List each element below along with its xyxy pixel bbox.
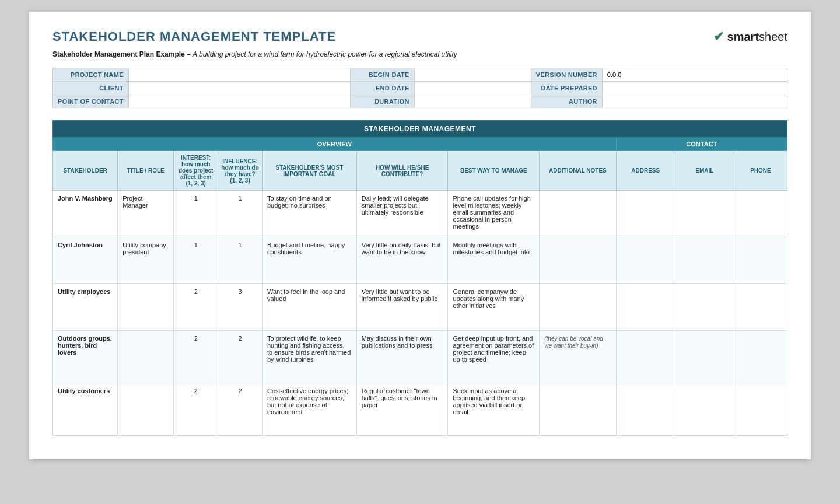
- stakeholder-name: Outdoors groups, hunters, bird lovers: [53, 331, 118, 383]
- col-header-title: TITLE / ROLE: [118, 151, 174, 191]
- col-header-email: EMAIL: [675, 151, 734, 191]
- stakeholder-phone: [734, 191, 787, 237]
- version-number-value[interactable]: 0.0.0: [602, 68, 787, 82]
- stakeholder-goal: To protect wildlife, to keep hunting and…: [262, 331, 356, 383]
- date-prepared-label: DATE PREPARED: [531, 82, 602, 95]
- subtitle: Stakeholder Management Plan Example – A …: [52, 50, 788, 58]
- stakeholder-influence: 2: [218, 383, 262, 436]
- stakeholder-email: [675, 191, 734, 237]
- page-container: STAKEHOLDER MANAGEMENT TEMPLATE ✔ smarts…: [29, 12, 811, 459]
- table-row: John V. Mashberg Project Manager 1 1 To …: [53, 191, 788, 237]
- stakeholder-goal: Budget and timeline; happy constituents: [262, 237, 356, 284]
- client-label: CLIENT: [53, 82, 129, 95]
- main-header-cell: STAKEHOLDER MANAGEMENT: [53, 121, 788, 138]
- client-value[interactable]: [128, 82, 350, 95]
- stakeholder-address: [616, 284, 675, 331]
- col-header-stakeholder: STAKEHOLDER: [53, 151, 118, 191]
- stakeholder-interest: 2: [174, 284, 218, 331]
- page-header: STAKEHOLDER MANAGEMENT TEMPLATE ✔ smarts…: [52, 29, 788, 44]
- stakeholder-title: Utility company president: [118, 237, 174, 284]
- table-row: Outdoors groups, hunters, bird lovers 2 …: [53, 331, 788, 383]
- stakeholder-notes: [540, 383, 616, 436]
- poc-value[interactable]: [128, 95, 350, 108]
- logo-check-icon: ✔: [713, 29, 724, 44]
- stakeholder-manage: General companywide updates along with m…: [448, 284, 540, 331]
- project-info-row-3: POINT OF CONTACT DURATION AUTHOR: [53, 95, 788, 108]
- stakeholder-contribute: Very little on daily basis, but want to …: [356, 237, 448, 284]
- stakeholder-phone: [734, 331, 787, 383]
- stakeholder-title: [118, 331, 174, 383]
- table-col-headers: STAKEHOLDER TITLE / ROLE INTEREST: how m…: [53, 151, 788, 191]
- stakeholder-influence: 2: [218, 331, 262, 383]
- stakeholder-address: [616, 191, 675, 237]
- stakeholder-contribute: Very little but want to be informed if a…: [356, 284, 448, 331]
- table-row: Utility customers 2 2 Cost-effective ene…: [53, 383, 788, 436]
- stakeholder-title: [118, 383, 174, 436]
- table-row: Utility employees 2 3 Want to feel in th…: [53, 284, 788, 331]
- stakeholder-interest: 1: [174, 191, 218, 237]
- stakeholder-management-table: STAKEHOLDER MANAGEMENT OVERVIEW CONTACT …: [52, 120, 788, 436]
- project-info-table: PROJECT NAME BEGIN DATE VERSION NUMBER 0…: [52, 68, 788, 108]
- col-header-goal: STAKEHOLDER'S MOST IMPORTANT GOAL: [262, 151, 356, 191]
- stakeholder-email: [675, 284, 734, 331]
- subtitle-italic: A building project for a wind farm for h…: [192, 50, 457, 58]
- stakeholder-notes: [540, 191, 616, 237]
- col-header-interest: INTEREST: how much does project affect t…: [174, 151, 218, 191]
- stakeholder-phone: [734, 237, 787, 284]
- overview-header: OVERVIEW: [53, 138, 617, 151]
- stakeholder-manage: Seek input as above at beginning, and th…: [448, 383, 540, 436]
- col-header-phone: PHONE: [734, 151, 787, 191]
- stakeholder-name: Utility customers: [53, 383, 118, 436]
- logo-text: smartsheet: [727, 30, 788, 44]
- col-header-contribute: HOW WILL HE/SHE CONTRIBUTE?: [356, 151, 448, 191]
- author-label: AUTHOR: [531, 95, 602, 108]
- stakeholder-email: [675, 331, 734, 383]
- stakeholder-manage: Monthly meetings with milestones and bud…: [448, 237, 540, 284]
- logo-brand: smart: [727, 30, 759, 43]
- stakeholder-contribute: Daily lead; will delegate smaller projec…: [356, 191, 448, 237]
- begin-date-label: BEGIN DATE: [350, 68, 414, 82]
- stakeholder-goal: Want to feel in the loop and valued: [262, 284, 356, 331]
- stakeholder-title: [118, 284, 174, 331]
- stakeholder-phone: [734, 284, 787, 331]
- author-value[interactable]: [602, 95, 787, 108]
- poc-label: POINT OF CONTACT: [53, 95, 129, 108]
- stakeholder-name: Utility employees: [53, 284, 118, 331]
- stakeholder-interest: 2: [174, 383, 218, 436]
- version-number-label: VERSION NUMBER: [531, 68, 602, 82]
- col-header-manage: BEST WAY TO MANAGE: [448, 151, 540, 191]
- stakeholder-email: [675, 383, 734, 436]
- stakeholder-address: [616, 331, 675, 383]
- stakeholder-title: Project Manager: [118, 191, 174, 237]
- end-date-value[interactable]: [414, 82, 531, 95]
- stakeholder-address: [616, 383, 675, 436]
- project-info-row-2: CLIENT END DATE DATE PREPARED: [53, 82, 788, 95]
- logo: ✔ smartsheet: [713, 29, 788, 44]
- duration-label: DURATION: [350, 95, 414, 108]
- project-name-value[interactable]: [128, 68, 350, 82]
- stakeholder-notes: [540, 284, 616, 331]
- date-prepared-value[interactable]: [602, 82, 787, 95]
- stakeholder-manage: Phone call updates for high level milest…: [448, 191, 540, 237]
- stakeholder-contribute: Regular customer "town halls", questions…: [356, 383, 448, 436]
- stakeholder-email: [675, 237, 734, 284]
- stakeholder-notes: [540, 237, 616, 284]
- stakeholder-interest: 1: [174, 237, 218, 284]
- col-header-influence: INFLUENCE: how much do they have? (1, 2,…: [218, 151, 262, 191]
- project-info-row-1: PROJECT NAME BEGIN DATE VERSION NUMBER 0…: [53, 68, 788, 82]
- begin-date-value[interactable]: [414, 68, 531, 82]
- duration-value[interactable]: [414, 95, 531, 108]
- col-header-notes: ADDITIONAL NOTES: [540, 151, 616, 191]
- stakeholder-goal: Cost-effective energy prices; renewable …: [262, 383, 356, 436]
- table-header-sections: OVERVIEW CONTACT: [53, 138, 788, 151]
- contact-header: CONTACT: [616, 138, 787, 151]
- stakeholder-notes: (they can be vocal and we want their buy…: [540, 331, 616, 383]
- stakeholder-interest: 2: [174, 331, 218, 383]
- stakeholder-name: Cyril Johnston: [53, 237, 118, 284]
- stakeholder-goal: To stay on time and on budget; no surpri…: [262, 191, 356, 237]
- end-date-label: END DATE: [350, 82, 414, 95]
- stakeholder-contribute: May discuss in their own publications an…: [356, 331, 448, 383]
- stakeholder-influence: 1: [218, 191, 262, 237]
- subtitle-plain: Stakeholder Management Plan Example –: [52, 50, 192, 58]
- table-header-main: STAKEHOLDER MANAGEMENT: [53, 121, 788, 138]
